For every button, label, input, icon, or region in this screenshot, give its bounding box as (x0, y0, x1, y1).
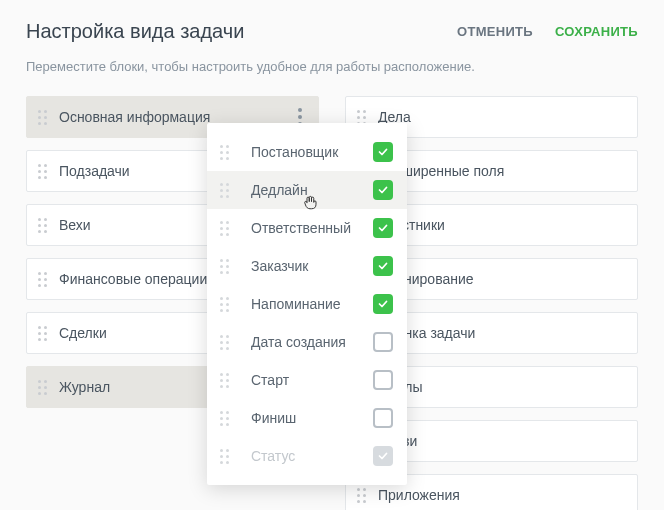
fields-dropdown-panel: ПостановщикДедлайнОтветственныйЗаказчикН… (207, 123, 407, 485)
field-checkbox[interactable] (373, 256, 393, 276)
block-label: Приложения (378, 487, 625, 503)
drag-handle-icon[interactable] (35, 110, 49, 125)
drag-handle-icon[interactable] (217, 373, 231, 388)
field-label: Дата создания (251, 334, 363, 350)
field-checkbox[interactable] (373, 294, 393, 314)
save-button[interactable]: СОХРАНИТЬ (555, 24, 638, 39)
field-label: Финиш (251, 410, 363, 426)
block-label: Расширенные поля (378, 163, 625, 179)
drag-handle-icon[interactable] (35, 164, 49, 179)
drag-handle-icon[interactable] (35, 326, 49, 341)
drag-handle-icon[interactable] (217, 145, 231, 160)
field-checkbox[interactable] (373, 218, 393, 238)
field-label: Напоминание (251, 296, 363, 312)
page-title: Настройка вида задачи (26, 20, 244, 43)
block-label: Оценка задачи (378, 325, 625, 341)
field-checkbox[interactable] (373, 332, 393, 352)
field-toggle-row[interactable]: Дедлайн (207, 171, 407, 209)
drag-handle-icon[interactable] (217, 259, 231, 274)
drag-handle-icon[interactable] (217, 221, 231, 236)
hint-text: Переместите блоки, чтобы настроить удобн… (26, 59, 638, 74)
drag-handle-icon[interactable] (35, 380, 49, 395)
field-toggle-row[interactable]: Финиш (207, 399, 407, 437)
block-label: Участники (378, 217, 625, 233)
field-checkbox (373, 446, 393, 466)
field-toggle-row[interactable]: Заказчик (207, 247, 407, 285)
field-checkbox[interactable] (373, 370, 393, 390)
field-label: Старт (251, 372, 363, 388)
cancel-button[interactable]: ОТМЕНИТЬ (457, 24, 533, 39)
field-toggle-row[interactable]: Старт (207, 361, 407, 399)
field-checkbox[interactable] (373, 408, 393, 428)
field-toggle-row[interactable]: Постановщик (207, 133, 407, 171)
field-label: Статус (251, 448, 363, 464)
field-toggle-row: Статус (207, 437, 407, 475)
drag-handle-icon[interactable] (217, 183, 231, 198)
drag-handle-icon[interactable] (217, 449, 231, 464)
drag-handle-icon[interactable] (35, 272, 49, 287)
field-toggle-row[interactable]: Напоминание (207, 285, 407, 323)
field-toggle-row[interactable]: Дата создания (207, 323, 407, 361)
field-label: Дедлайн (251, 182, 363, 198)
drag-handle-icon[interactable] (354, 488, 368, 503)
drag-handle-icon[interactable] (35, 218, 49, 233)
drag-handle-icon[interactable] (217, 297, 231, 312)
block-label: Связи (378, 433, 625, 449)
drag-handle-icon[interactable] (217, 335, 231, 350)
field-checkbox[interactable] (373, 180, 393, 200)
field-label: Ответственный (251, 220, 363, 236)
field-checkbox[interactable] (373, 142, 393, 162)
field-label: Заказчик (251, 258, 363, 274)
block-label: Файлы (378, 379, 625, 395)
field-label: Постановщик (251, 144, 363, 160)
drag-handle-icon[interactable] (217, 411, 231, 426)
block-label: Планирование (378, 271, 625, 287)
field-toggle-row[interactable]: Ответственный (207, 209, 407, 247)
block-label: Дела (378, 109, 625, 125)
